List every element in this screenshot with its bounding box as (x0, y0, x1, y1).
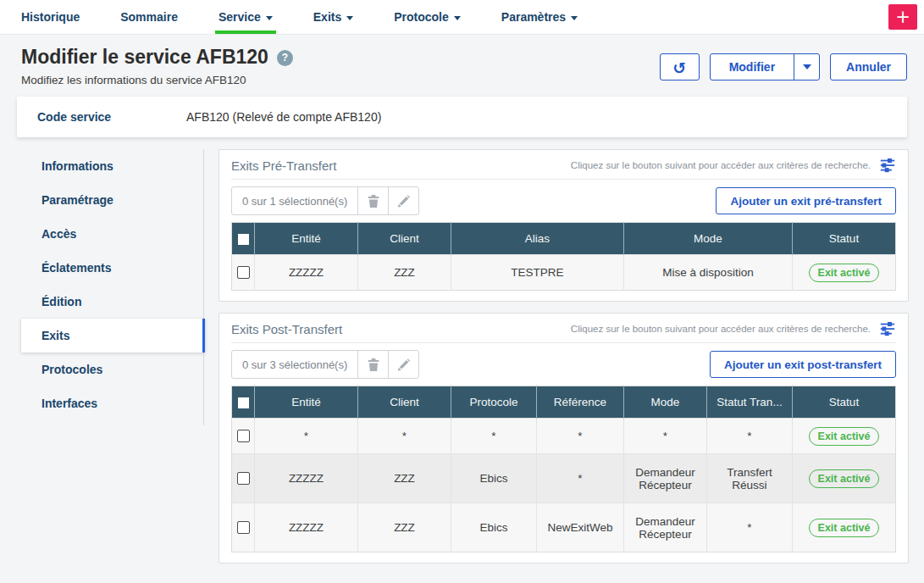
cell-entite: ZZZZZ (255, 255, 358, 291)
table-header-row: Entité Client Alias Mode Statut (232, 223, 896, 255)
cell-entite: * (255, 419, 358, 454)
column-header[interactable]: Entité (255, 223, 358, 255)
chevron-down-icon (454, 16, 461, 20)
column-header[interactable]: Entité (255, 386, 358, 419)
sidebar-item-exits[interactable]: Exits (21, 319, 205, 353)
panel-header: Exits Post-Transfert Cliquez sur le bout… (231, 321, 896, 343)
nav-item-service[interactable]: Service (219, 0, 273, 34)
delete-button[interactable] (357, 187, 388, 214)
edit-button[interactable] (388, 351, 418, 378)
pencil-icon (396, 358, 411, 372)
cell-client: ZZZ (358, 255, 451, 291)
search-filters-icon[interactable] (879, 158, 896, 173)
checkbox-cell (232, 454, 255, 503)
cell-entite: ZZZZZ (255, 503, 358, 552)
status-badge: Exit activé (809, 427, 880, 446)
sidebar: Informations Paramétrage Accès Éclatemen… (21, 149, 204, 425)
top-navigation: Historique Sommaire Service Exits Protoc… (0, 0, 924, 35)
exits-post-transfert-table: Entité Client Protocole Référence Mode S… (231, 386, 896, 552)
row-checkbox[interactable] (237, 266, 250, 279)
cell-statut: Exit activé (793, 419, 896, 454)
panel-exits-post-transfert: Exits Post-Transfert Cliquez sur le bout… (219, 313, 909, 564)
chevron-down-icon (346, 16, 353, 20)
nav-item-protocole[interactable]: Protocole (394, 0, 461, 34)
sidebar-item-eclatements[interactable]: Éclatements (21, 251, 203, 285)
sidebar-item-acces[interactable]: Accès (21, 217, 203, 251)
column-header[interactable]: Alias (451, 223, 624, 255)
select-all-checkbox[interactable] (238, 397, 249, 408)
cell-mode: * (624, 419, 707, 454)
modify-split-button[interactable]: Modifier (710, 53, 820, 81)
cell-statut-transfert: * (707, 503, 793, 552)
add-exit-pre-transfert-button[interactable]: Ajouter un exit pré-transfert (716, 187, 896, 214)
edit-button[interactable] (388, 187, 418, 214)
cancel-button[interactable]: Annuler (830, 53, 907, 81)
table-toolbar: 0 sur 3 sélectionné(s) (231, 350, 896, 379)
cell-alias: TESTPRE (451, 255, 624, 291)
cell-protocole: Ebics (451, 503, 537, 552)
sidebar-item-informations[interactable]: Informations (21, 149, 203, 183)
refresh-button[interactable]: ↺ (660, 53, 700, 81)
cell-statut: Exit activé (793, 454, 896, 503)
column-header[interactable]: Statut Tran... (707, 386, 793, 419)
nav-label: Exits (313, 10, 341, 24)
table-row[interactable]: ZZZZZ ZZZ Ebics * Demandeur Récepteur Tr… (232, 454, 896, 503)
cell-statut-transfert: * (707, 419, 793, 454)
row-checkbox[interactable] (237, 472, 250, 485)
column-header[interactable]: Référence (537, 386, 624, 419)
search-filters-icon[interactable] (879, 321, 896, 336)
search-criteria-hint: Cliquez sur le bouton suivant pour accéd… (571, 160, 871, 170)
nav-label: Sommaire (120, 10, 178, 24)
nav-item-sommaire[interactable]: Sommaire (120, 0, 178, 34)
table-row[interactable]: ZZZZZ ZZZ Ebics NewExitWeb Demandeur Réc… (232, 503, 896, 552)
column-header[interactable]: Client (358, 223, 451, 255)
nav-label: Paramètres (501, 10, 566, 24)
column-header[interactable]: Mode (624, 223, 793, 255)
cell-protocole: Ebics (451, 454, 537, 503)
table-row[interactable]: ZZZZZ ZZZ TESTPRE Mise à disposition Exi… (232, 255, 896, 291)
main-area: Informations Paramétrage Accès Éclatemen… (0, 137, 924, 564)
table-row[interactable]: * * * * * * Exit activé (232, 419, 896, 454)
column-header[interactable]: Statut (793, 223, 896, 255)
sidebar-item-protocoles[interactable]: Protocoles (21, 353, 203, 386)
column-header[interactable]: Statut (793, 386, 896, 419)
cell-protocole: * (451, 419, 537, 454)
select-all-cell (232, 223, 255, 255)
row-checkbox[interactable] (237, 430, 250, 442)
row-checkbox[interactable] (237, 521, 250, 534)
content-area: Exits Pré-Transfert Cliquez sur le bouto… (219, 149, 909, 564)
header-actions: ↺ Modifier Annuler (660, 53, 907, 81)
help-icon[interactable]: ? (277, 50, 293, 66)
cell-reference: NewExitWeb (537, 503, 624, 552)
status-badge: Exit activé (809, 264, 880, 282)
add-exit-post-transfert-button[interactable]: Ajouter un exit post-transfert (710, 351, 896, 378)
select-all-checkbox[interactable] (238, 234, 249, 245)
page-title: Modifier le service AFB120 (21, 46, 268, 68)
selection-group: 0 sur 3 sélectionné(s) (231, 350, 419, 379)
column-header[interactable]: Mode (624, 386, 707, 419)
refresh-icon: ↺ (672, 58, 686, 77)
column-header[interactable]: Client (358, 386, 451, 419)
trash-icon (367, 194, 380, 208)
chevron-down-icon (803, 64, 811, 69)
code-service-label: Code service (37, 110, 186, 124)
status-badge: Exit activé (809, 469, 880, 488)
nav-item-exits[interactable]: Exits (313, 0, 353, 34)
add-button[interactable]: + (888, 4, 917, 30)
cell-mode: Mise à disposition (624, 255, 793, 291)
nav-item-parametres[interactable]: Paramètres (501, 0, 578, 34)
checkbox-cell (232, 419, 255, 454)
nav-item-historique[interactable]: Historique (21, 0, 80, 34)
panel-header: Exits Pré-Transfert Cliquez sur le bouto… (231, 158, 896, 180)
sidebar-item-interfaces[interactable]: Interfaces (21, 386, 203, 420)
selection-group: 0 sur 1 sélectionné(s) (231, 186, 419, 215)
chevron-down-icon (266, 16, 273, 20)
modify-button[interactable]: Modifier (711, 54, 794, 80)
sidebar-item-parametrage[interactable]: Paramétrage (21, 183, 203, 217)
trash-icon (367, 358, 380, 372)
selection-count: 0 sur 3 sélectionné(s) (232, 351, 357, 378)
column-header[interactable]: Protocole (451, 386, 537, 419)
modify-dropdown-toggle[interactable] (794, 54, 819, 80)
sidebar-item-edition[interactable]: Édition (21, 285, 203, 319)
delete-button[interactable] (357, 351, 388, 378)
